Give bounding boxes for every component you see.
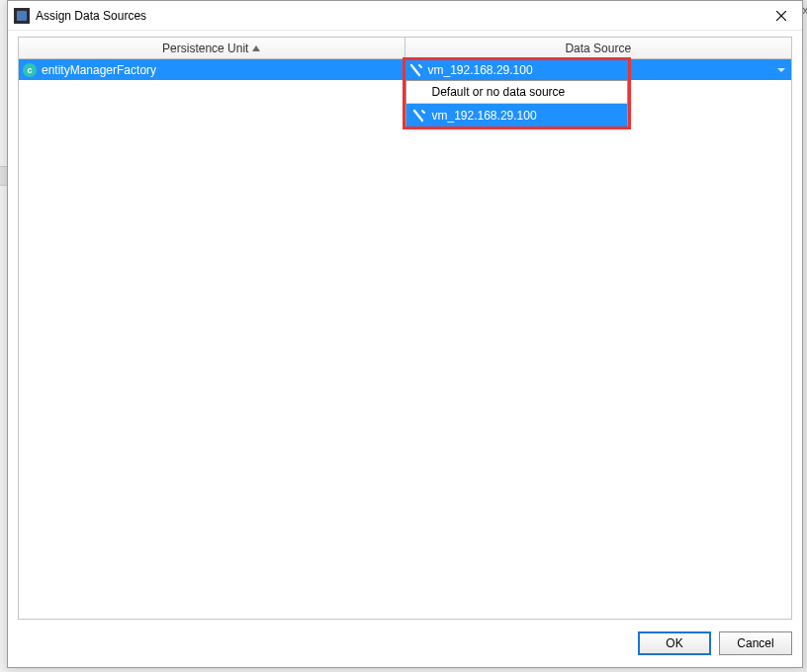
database-icon xyxy=(409,63,423,77)
ok-button[interactable]: OK xyxy=(638,631,711,655)
data-table: Persistence Unit Data Source c entityMan… xyxy=(18,37,792,620)
persistence-unit-icon: c xyxy=(23,63,37,77)
close-icon xyxy=(776,11,786,21)
app-icon xyxy=(14,8,30,24)
chevron-down-icon xyxy=(777,68,785,72)
data-source-dropdown: Default or no data source vm_192.168.29.… xyxy=(405,80,628,127)
titlebar: Assign Data Sources xyxy=(8,1,802,31)
data-source-name: vm_192.168.29.100 xyxy=(428,63,533,77)
right-edge-strip: x xyxy=(803,0,807,672)
column-persistence-unit[interactable]: Persistence Unit xyxy=(19,38,405,58)
dropdown-option-default[interactable]: Default or no data source xyxy=(406,81,627,104)
window-title: Assign Data Sources xyxy=(36,9,761,23)
dialog-window: Assign Data Sources Persistence Unit Dat… xyxy=(7,0,803,668)
close-button[interactable] xyxy=(761,2,802,30)
left-edge-fragment xyxy=(0,166,7,186)
dropdown-option-label: vm_192.168.29.100 xyxy=(432,109,537,123)
cancel-button[interactable]: Cancel xyxy=(719,631,792,655)
table-row[interactable]: c entityManagerFactory vm_192.168.29.100 xyxy=(19,59,791,80)
content-area: Persistence Unit Data Source c entityMan… xyxy=(8,31,802,620)
column-label: Data Source xyxy=(565,42,631,55)
sort-asc-icon xyxy=(252,45,260,51)
column-data-source[interactable]: Data Source xyxy=(405,38,792,58)
background-char: x xyxy=(803,4,808,16)
dropdown-option-vm[interactable]: vm_192.168.29.100 xyxy=(406,104,627,126)
column-label: Persistence Unit xyxy=(162,42,248,55)
table-header: Persistence Unit Data Source xyxy=(19,38,791,59)
database-icon xyxy=(412,109,426,123)
data-source-cell[interactable]: vm_192.168.29.100 xyxy=(405,59,792,80)
dropdown-option-label: Default or no data source xyxy=(432,85,566,99)
persistence-unit-name: entityManagerFactory xyxy=(42,63,156,77)
persistence-unit-cell: c entityManagerFactory xyxy=(19,59,405,80)
button-bar: OK Cancel xyxy=(8,620,802,667)
